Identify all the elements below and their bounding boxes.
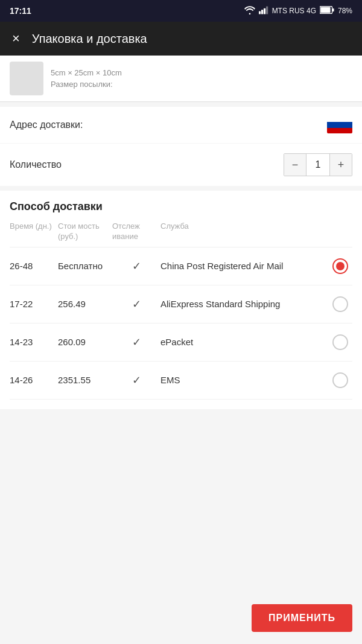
col-header-service: Служба [160,222,328,242]
svg-rect-1 [261,10,263,14]
carrier-label: MTS RUS 4G [272,7,316,15]
toolbar: × Упаковка и доставка [0,22,362,56]
shipping-days: 14-26 [10,375,58,385]
shipping-radio-col[interactable] [328,296,352,312]
apply-button[interactable]: ПРИМЕНИТЬ [252,604,352,632]
product-preview: 5cm × 25cm × 10cm Размер посылки: [0,56,362,102]
wifi-icon [244,6,255,16]
quantity-section: Количество − 1 + [0,144,362,186]
flag-red-stripe [327,128,352,133]
shipping-service: ePacket [160,336,328,348]
shipping-row[interactable]: 14-23 260.09 ✓ ePacket [10,324,352,362]
shipping-radio-col[interactable] [328,258,352,274]
svg-rect-2 [264,8,265,14]
time-display: 17:11 [10,6,31,16]
product-dimensions: 5cm × 25cm × 10cm [51,67,122,79]
flag-blue-stripe [327,122,352,127]
shipping-row[interactable]: 26-48 Бесплатно ✓ China Post Registered … [10,247,352,285]
col-header-tracking: Отслеж ивание [112,222,160,242]
signal-icon [259,6,268,16]
delivery-address-section: Адрес доставки: [0,107,362,143]
shipping-cost: Бесплатно [58,261,112,271]
shipping-service: AliExpress Standard Shipping [160,298,328,310]
product-thumbnail [10,62,43,95]
col-header-select [328,222,352,242]
col-header-time: Время (дн.) [10,222,58,242]
radio-button[interactable] [332,296,348,312]
shipping-tracking: ✓ [112,336,160,349]
shipping-radio-col[interactable] [328,334,352,350]
battery-level: 78% [338,7,352,15]
status-icons: MTS RUS 4G 78% [244,6,352,16]
battery-icon [320,6,334,16]
close-button[interactable]: × [10,30,22,48]
svg-rect-5 [332,8,334,11]
col-header-cost: Стои мость (руб.) [58,222,112,242]
shipping-row[interactable]: 17-22 256.49 ✓ AliExpress Standard Shipp… [10,285,352,324]
shipping-tracking: ✓ [112,298,160,311]
shipping-service: EMS [160,374,328,386]
quantity-increase-button[interactable]: + [330,154,352,176]
product-info: 5cm × 25cm × 10cm Размер посылки: [51,67,122,91]
flag-white-stripe [327,116,352,122]
svg-rect-6 [320,7,330,13]
shipping-rows-container: 26-48 Бесплатно ✓ China Post Registered … [10,247,352,400]
shipping-table-header: Время (дн.) Стои мость (руб.) Отслеж ива… [10,219,352,247]
shipping-row[interactable]: 14-26 2351.55 ✓ EMS [10,362,352,400]
shipping-tracking: ✓ [112,260,160,273]
quantity-decrease-button[interactable]: − [284,154,306,176]
svg-rect-3 [266,6,268,14]
radio-button[interactable] [332,334,348,350]
shipping-days: 26-48 [10,261,58,271]
address-label: Адрес доставки: [10,120,83,130]
radio-button-selected[interactable] [332,258,348,274]
svg-rect-0 [259,11,261,14]
apply-button-container: ПРИМЕНИТЬ [252,604,352,632]
shipping-service: China Post Registered Air Mail [160,260,328,272]
russia-flag[interactable] [327,116,352,133]
quantity-value: 1 [306,154,330,176]
product-size-label: Размер посылки: [51,78,122,91]
shipping-cost: 2351.55 [58,375,112,385]
status-bar: 17:11 MTS RUS 4G 78% [0,0,362,22]
shipping-cost: 256.49 [58,299,112,309]
shipping-days: 17-22 [10,299,58,309]
quantity-label: Количество [10,159,62,170]
shipping-days: 14-23 [10,337,58,347]
shipping-tracking: ✓ [112,374,160,387]
shipping-title: Способ доставки [10,200,352,213]
shipping-section: Способ доставки Время (дн.) Стои мость (… [0,191,362,409]
radio-button[interactable] [332,372,348,388]
page-title: Упаковка и доставка [32,32,147,46]
quantity-control: − 1 + [284,153,352,176]
shipping-cost: 260.09 [58,337,112,347]
shipping-radio-col[interactable] [328,372,352,388]
